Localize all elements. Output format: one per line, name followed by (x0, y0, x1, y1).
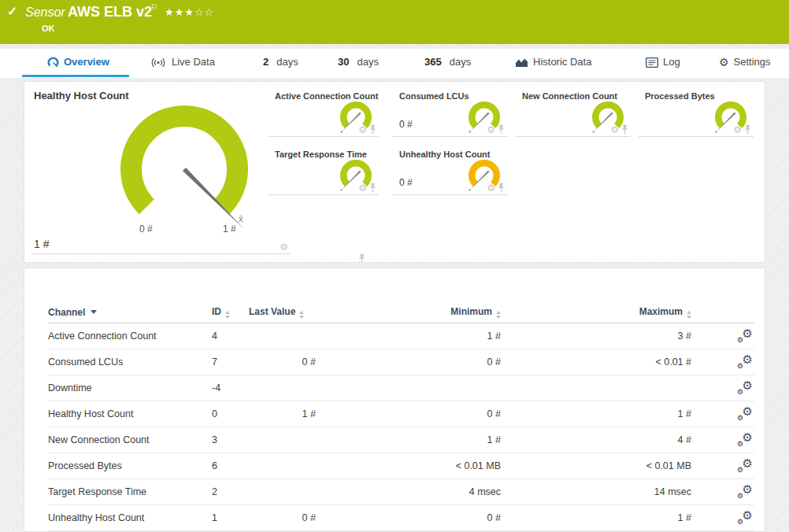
channels-table-panel: Channel ID Last Value Minimum Maximum Ac… (24, 268, 765, 532)
channel-minimum: 0 # (316, 512, 501, 523)
channel-id: 6 (212, 460, 249, 471)
pin-icon[interactable] (369, 183, 376, 193)
channel-maximum: 3 # (501, 331, 691, 342)
gear-icon[interactable]: ⚙ (358, 183, 367, 193)
tab-live-data[interactable]: Live Data (150, 49, 215, 76)
tab-365-days[interactable]: 365 days (424, 49, 471, 76)
gauge-title: New Connection Count (522, 91, 617, 101)
sort-icon (225, 311, 230, 319)
tab-label: Historic Data (533, 49, 591, 76)
gear-icon[interactable]: ⚙ (733, 125, 742, 135)
channel-settings-icon[interactable]: ⚙⚙ (737, 408, 753, 421)
sorted-desc-icon (91, 310, 97, 314)
column-header-last-value[interactable]: Last Value (249, 306, 316, 319)
gauge-cell-actions: ⚙ (358, 124, 376, 135)
channel-id: 3 (212, 434, 249, 445)
gauge-target-response-time: Target Response Time ⚙ (269, 140, 379, 195)
gauge-current-value: 0 # (399, 177, 413, 188)
active-tab-underline (22, 75, 129, 77)
settings-gear-icon: ⚙ (719, 49, 729, 76)
tab-log[interactable]: Log (646, 49, 680, 76)
gauge-cell-actions: ⚙ (280, 242, 288, 252)
gear-icon[interactable]: ⚙ (487, 183, 495, 193)
gauge-title: Target Response Time (275, 150, 367, 159)
gauge-title: Consumed LCUs (399, 91, 469, 101)
channel-name: Consumed LCUs (48, 357, 212, 368)
gear-icon[interactable]: ⚙ (487, 125, 495, 135)
gauge-healthy-host-count: Healthy Host Count 0 # 1 # x̄ 1 # ⚙ (31, 82, 291, 254)
table-row: Healthy Host Count 0 1 # 0 # 1 # ⚙⚙ (48, 401, 754, 427)
pin-icon[interactable] (498, 124, 505, 135)
channel-maximum: < 0.01 MB (501, 460, 691, 471)
table-row: Active Connection Count 4 1 # 3 # ⚙⚙ (48, 323, 754, 349)
pin-icon[interactable] (621, 124, 628, 135)
gauge-current-value: 0 # (399, 119, 413, 130)
channel-maximum: < 0.01 # (501, 357, 691, 368)
column-header-maximum[interactable]: Maximum (639, 306, 691, 319)
table-row: Target Response Time 2 4 msec 14 msec ⚙⚙ (48, 479, 754, 505)
tab-30-days[interactable]: 30 days (338, 49, 379, 76)
channel-maximum: 1 # (501, 512, 691, 523)
tab-label: Log (663, 49, 680, 76)
gear-icon[interactable]: ⚙ (610, 125, 619, 135)
channel-minimum: 0 # (316, 357, 501, 368)
channel-name: New Connection Count (48, 434, 212, 445)
channel-maximum: 14 msec (501, 486, 691, 497)
channel-minimum: 1 # (316, 331, 501, 342)
sort-icon (496, 311, 501, 319)
tab-overview[interactable]: Overview (47, 49, 109, 76)
gauge-unhealthy-host-count: Unhealthy Host Count 0 # ⚙ (393, 140, 507, 195)
channel-settings-icon[interactable]: ⚙⚙ (737, 434, 753, 447)
tab-2-days[interactable]: 2 days (263, 49, 298, 76)
channel-settings-icon[interactable]: ⚙⚙ (737, 460, 753, 473)
pin-icon[interactable] (744, 124, 751, 135)
channel-name: Unhealthy Host Count (48, 512, 212, 523)
pin-icon[interactable] (369, 124, 376, 135)
table-row: Downtime -4 ⚙⚙ (48, 375, 754, 401)
channel-maximum: 4 # (501, 434, 691, 445)
pin-icon[interactable] (498, 183, 505, 193)
tab-number: 365 (424, 49, 442, 76)
gauge-min-label: 0 # (139, 224, 153, 235)
channel-minimum: < 0.01 MB (316, 460, 501, 471)
sensor-title: AWS ELB v2 (68, 4, 152, 20)
gauge-active-connection-count: Active Connection Count ⚙ (269, 82, 379, 137)
stars-empty: ☆☆ (194, 6, 214, 18)
gauge-title: Processed Bytes (645, 91, 715, 101)
gauge-average-marker: x̄ (239, 214, 243, 224)
column-header-id[interactable]: ID (212, 306, 249, 319)
ok-check-icon: ✓ (7, 4, 17, 19)
gear-icon[interactable]: ⚙ (280, 242, 288, 252)
channel-settings-icon[interactable]: ⚙⚙ (737, 356, 753, 369)
channel-settings-icon[interactable]: ⚙⚙ (737, 486, 753, 499)
tab-settings[interactable]: ⚙ Settings (719, 49, 771, 76)
pin-icon[interactable] (358, 253, 365, 264)
priority-stars[interactable]: ★★★☆☆ (165, 6, 214, 18)
channel-settings-icon[interactable]: ⚙⚙ (737, 512, 753, 525)
column-header-minimum[interactable]: Minimum (450, 306, 501, 319)
gauge-processed-bytes: Processed Bytes ⚙ (639, 82, 754, 137)
channel-maximum: 1 # (501, 408, 691, 419)
tab-historic-data[interactable]: Historic Data (515, 49, 591, 76)
channels-table: Channel ID Last Value Minimum Maximum Ac… (48, 301, 754, 531)
table-row: Consumed LCUs 7 0 # 0 # < 0.01 # ⚙⚙ (48, 349, 754, 375)
channel-name: Active Connection Count (48, 331, 212, 342)
channel-minimum: 0 # (316, 408, 501, 419)
channel-last-value: 0 # (249, 512, 316, 523)
channel-id: 2 (212, 486, 249, 497)
gauge-consumed-lcus: Consumed LCUs 0 # ⚙ (393, 82, 507, 137)
tab-number: 30 (338, 49, 349, 76)
tab-label: days (450, 49, 471, 76)
sort-icon (687, 311, 691, 319)
historic-data-icon (515, 57, 528, 68)
channel-settings-icon[interactable]: ⚙⚙ (737, 382, 753, 395)
gauge-icon (47, 57, 59, 68)
channel-minimum: 4 msec (316, 486, 501, 497)
channel-id: -4 (212, 382, 249, 393)
gauge-cell-actions: ⚙ (358, 183, 376, 193)
tab-label: days (357, 49, 378, 76)
gear-icon[interactable]: ⚙ (358, 125, 367, 135)
log-icon (646, 57, 658, 68)
channel-settings-icon[interactable]: ⚙⚙ (737, 330, 753, 343)
column-header-channel[interactable]: Channel (48, 307, 212, 318)
